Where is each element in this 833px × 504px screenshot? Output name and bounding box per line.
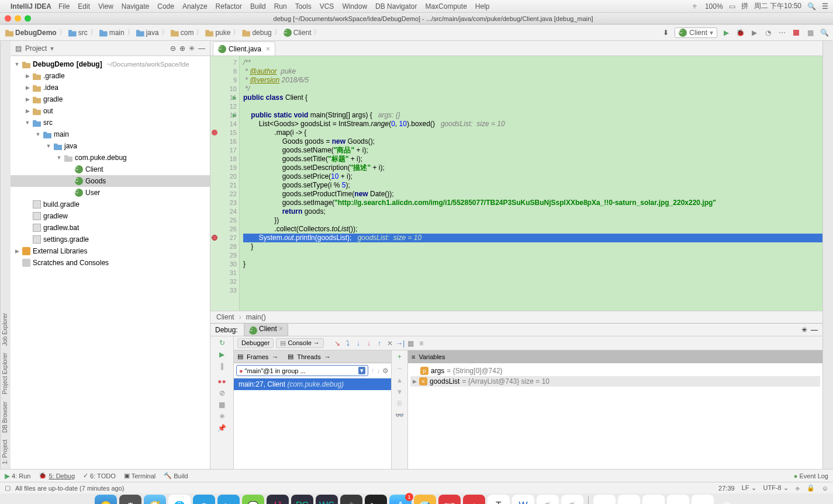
tree-item[interactable]: ▼main [11,128,210,140]
dock-finder[interactable]: 😊 [95,495,117,504]
code-line-9[interactable]: * @version 2018/6/5 [243,76,822,85]
dock-pycharm[interactable]: PC [291,495,313,504]
btab-todo[interactable]: ✓6: TODO [83,472,116,479]
dock-recent5[interactable]: ▫ [692,495,714,504]
traffic-lights[interactable] [5,15,31,22]
view-breakpoints-icon[interactable]: ●● [217,377,226,385]
tree-scratches[interactable]: Scratches and Consoles [11,257,210,269]
show-exec-point-icon[interactable]: ↘ [332,338,343,349]
btab-build[interactable]: 🔨Build [164,472,188,479]
dock-word[interactable]: W [512,495,534,504]
code-line-32[interactable] [243,277,822,286]
dock-recent3[interactable]: ▫ [642,495,665,504]
dock-netease[interactable]: ♪ [463,495,485,504]
tree-item[interactable]: ▼src [11,117,210,128]
dock-java[interactable]: ☕ [537,495,559,504]
tree-item[interactable]: build.gradle [11,199,210,210]
resume-icon[interactable]: ▶ [219,350,224,359]
tree-ext-libs[interactable]: ▶External Libraries [11,245,210,257]
debug-tab-client[interactable]: C Client × [244,323,288,336]
left-tool-strip[interactable]: 1: Project DB Browser Project Explorer J… [0,41,11,469]
variable-row[interactable]: ▶≡goodsList = {ArrayList@743} size = 10 [410,376,820,387]
tree-item[interactable]: gradlew [11,210,210,222]
crumb-java[interactable]: java [134,29,161,37]
code-line-13[interactable]: public static void main(String[] args) {… [243,111,822,120]
btab-eventlog[interactable]: ●Event Log [794,472,828,479]
code-line-24[interactable]: return goods; [243,207,822,216]
copy-icon[interactable]: ⎘ [398,399,402,408]
clock[interactable]: 周二 下午10:50 [754,1,801,11]
menu-dbnavigator[interactable]: DB Navigator [375,2,417,11]
layout-icon[interactable]: ▦ [219,401,225,409]
menu-navigate[interactable]: Navigate [122,2,149,11]
menu-build[interactable]: Build [250,2,266,11]
code-line-22[interactable]: goods.setProductTime(new Date()); [243,190,822,199]
down-icon[interactable]: ▼ [396,388,403,396]
code-line-31[interactable] [243,269,822,277]
tree-item[interactable]: CUser [11,187,210,199]
run-config-select[interactable]: CClient▾ [675,27,717,38]
dock-recent2[interactable]: ▫ [618,495,640,504]
input-icon[interactable]: 拼 [741,1,748,11]
locate-icon[interactable]: ⊕ [179,44,185,53]
inspector-icon[interactable]: ☺ [822,485,828,492]
menu-refactor[interactable]: Refactor [216,2,242,11]
mac-dock[interactable]: 😊 ⚙ 🧭 🌐 ◐ ▷ 💬 IJ PC WS ⚛ >_ A1 💎 有道 ♪ T … [0,493,833,504]
tool-jobexplorer[interactable]: Job Explorer [2,313,9,346]
remove-watch-icon[interactable]: − [398,364,402,373]
project-tree[interactable]: ▼ DebugDemo [debug] ~/Documents/workSpac… [11,56,210,469]
dock-appstore[interactable]: A1 [389,495,412,504]
evaluate-icon[interactable]: ▦ [406,338,416,349]
prev-frame-icon[interactable]: ↑ [371,367,374,375]
menu-analyze[interactable]: Analyze [182,2,208,11]
code-line-23[interactable]: goods.setImage("http://g.search1.alicdn.… [243,199,822,207]
step-into-icon[interactable]: ↓ [353,338,364,349]
tool-project[interactable]: 1: Project [2,440,9,464]
dock-safari[interactable]: 🧭 [144,495,166,504]
status-icon[interactable]: ▢ [5,484,11,492]
menu-window[interactable]: Window [342,2,367,11]
variable-row[interactable]: pargs = {String[0]@742} [410,366,820,376]
attach-button[interactable]: ⋯ [777,27,787,38]
code-line-8[interactable]: * @author puke [243,67,822,76]
tree-item[interactable]: ▶out [11,105,210,117]
tree-root[interactable]: ▼ DebugDemo [debug] ~/Documents/workSpac… [11,58,210,70]
code-line-7[interactable]: /** [243,58,822,67]
code-line-17[interactable]: goods.setName("商品" + i); [243,146,822,155]
search-button[interactable]: 🔍 [819,27,829,38]
menu-vcs[interactable]: VCS [320,2,334,11]
panel-title[interactable]: Project [25,44,47,53]
caret-position[interactable]: 27:39 [718,485,735,492]
coverage-button[interactable]: ▶ [749,27,759,38]
tree-item[interactable]: settings.gradle [11,234,210,245]
crumb-puke[interactable]: puke [203,29,232,37]
menu-edit[interactable]: Edit [78,2,90,11]
close-icon[interactable]: × [266,45,270,53]
dock-settings[interactable]: ⚙ [119,495,141,504]
filter-icon[interactable]: ⚙ [382,367,389,375]
code-line-12[interactable] [243,102,822,111]
menu-code[interactable]: Code [157,2,174,11]
code-line-20[interactable]: goods.setPrice(10 + i); [243,172,822,181]
line-ending[interactable]: LF ⌄ [742,484,756,492]
tree-item[interactable]: gradlew.bat [11,222,210,234]
tree-item[interactable]: ▶.idea [11,82,210,93]
stop-button[interactable] [791,27,801,38]
new-watch-icon[interactable]: + [398,353,402,361]
code-line-29[interactable] [243,251,822,260]
bc-class[interactable]: Client [216,313,234,321]
rerun-icon[interactable]: ↻ [219,339,225,347]
code-line-28[interactable]: } [243,242,822,251]
console-tab[interactable]: ▤ Console → [276,338,323,348]
spotlight-icon[interactable]: 🔍 [807,2,816,11]
tool-dbbrowser[interactable]: DB Browser [2,401,9,432]
code-line-26[interactable]: .collect(Collectors.toList()); [243,225,822,234]
tree-item[interactable]: ▼java [11,140,210,152]
step-over-icon[interactable]: ⤵ [343,338,353,349]
dock-java2[interactable]: ☕ [561,495,583,504]
code-line-16[interactable]: Goods goods = new Goods(); [243,137,822,146]
layout-button[interactable]: ▦ [805,27,815,38]
pin-icon[interactable]: 📌 [217,424,226,432]
dock-trash[interactable]: 🗑 [716,495,738,504]
bc-method[interactable]: main() [246,313,266,321]
